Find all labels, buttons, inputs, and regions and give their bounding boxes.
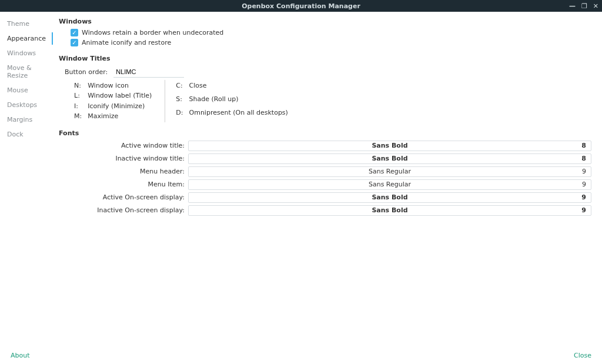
sidebar-item-desktops[interactable]: Desktops — [7, 98, 52, 112]
sidebar-item-mouse[interactable]: Mouse — [7, 83, 52, 98]
titlebar: Openbox Configuration Manager — ❐ ✕ — [0, 0, 602, 12]
checkbox-retain-border[interactable]: ✓ — [71, 29, 78, 36]
legend-val: Shade (Roll up) — [187, 95, 290, 107]
font-size: 9 — [582, 168, 586, 175]
legend-val: Window label (Title) — [85, 91, 154, 100]
sidebar-item-move-resize[interactable]: Move & Resize — [7, 61, 52, 83]
legend-key: M: — [72, 112, 84, 121]
font-name: Sans Bold — [372, 206, 407, 214]
windows-heading: Windows — [59, 18, 591, 25]
legend-val: Maximize — [85, 112, 154, 121]
button-order-row: Button order: — [65, 66, 591, 78]
checkbox-retain-border-label: Windows retain a border when undecorated — [82, 29, 223, 36]
font-selector-inactive-title[interactable]: Sans Bold 8 — [188, 153, 591, 164]
font-selector-inactive-osd[interactable]: Sans Bold 9 — [188, 205, 591, 216]
maximize-icon[interactable]: ❐ — [581, 3, 587, 9]
close-button[interactable]: Close — [574, 352, 591, 359]
close-icon[interactable]: ✕ — [593, 3, 598, 9]
legend-left: N:Window icon L:Window label (Title) I:I… — [71, 80, 155, 122]
checkbox-animate-iconify[interactable]: ✓ — [71, 39, 78, 46]
font-size: 9 — [581, 193, 586, 201]
button-legend: N:Window icon L:Window label (Title) I:I… — [71, 80, 591, 122]
font-size: 9 — [582, 181, 586, 188]
checkbox-animate-iconify-label: Animate iconify and restore — [82, 39, 171, 46]
sidebar-item-margins[interactable]: Margins — [7, 112, 52, 127]
legend-key: C: — [173, 81, 185, 93]
font-name: Sans Bold — [372, 193, 407, 201]
font-label-active-title: Active window title: — [59, 142, 188, 149]
font-label-menu-header: Menu header: — [59, 168, 188, 175]
main-layout: Theme Appearance Windows Move & Resize M… — [0, 12, 602, 346]
window-title: Openbox Configuration Manager — [242, 2, 360, 10]
checkbox-row-border: ✓ Windows retain a border when undecorat… — [71, 29, 591, 36]
button-order-input[interactable] — [113, 66, 184, 78]
sidebar: Theme Appearance Windows Move & Resize M… — [0, 12, 53, 346]
legend-val: Window icon — [85, 81, 154, 90]
fonts-heading: Fonts — [59, 129, 591, 137]
sidebar-item-theme[interactable]: Theme — [7, 16, 52, 31]
button-order-label: Button order: — [65, 68, 108, 76]
about-link[interactable]: About — [11, 352, 30, 359]
legend-key: D: — [173, 108, 185, 121]
window-controls: — ❐ ✕ — [569, 0, 598, 12]
font-label-menu-item: Menu Item: — [59, 181, 188, 188]
window-titles-heading: Window Titles — [59, 55, 591, 62]
font-size: 9 — [581, 206, 586, 214]
checkbox-row-animate: ✓ Animate iconify and restore — [71, 39, 591, 46]
font-selector-active-title[interactable]: Sans Bold 8 — [188, 141, 591, 151]
font-label-inactive-title: Inactive window title: — [59, 155, 188, 162]
sidebar-item-windows[interactable]: Windows — [7, 46, 52, 61]
legend-key: I: — [72, 102, 84, 111]
fonts-grid: Active window title: Sans Bold 8 Inactiv… — [59, 141, 591, 216]
font-label-inactive-osd: Inactive On-screen display: — [59, 206, 188, 214]
font-name: Sans Regular — [369, 181, 411, 188]
legend-val: Iconify (Minimize) — [85, 102, 154, 111]
legend-right: C:Close S:Shade (Roll up) D:Omnipresent … — [165, 80, 292, 122]
legend-val: Omnipresent (On all desktops) — [187, 108, 290, 121]
legend-key: N: — [72, 81, 84, 90]
sidebar-item-appearance[interactable]: Appearance — [7, 31, 52, 46]
content-area: Windows ✓ Windows retain a border when u… — [53, 12, 602, 346]
font-name: Sans Bold — [372, 155, 407, 162]
footer: About Close — [0, 346, 602, 364]
font-selector-active-osd[interactable]: Sans Bold 9 — [188, 192, 591, 203]
font-selector-menu-item[interactable]: Sans Regular 9 — [188, 179, 591, 190]
font-name: Sans Bold — [372, 142, 407, 149]
legend-key: L: — [72, 91, 84, 100]
font-size: 8 — [581, 142, 586, 149]
legend-val: Close — [187, 81, 290, 93]
font-selector-menu-header[interactable]: Sans Regular 9 — [188, 166, 591, 177]
font-label-active-osd: Active On-screen display: — [59, 193, 188, 201]
sidebar-item-dock[interactable]: Dock — [7, 127, 52, 142]
font-name: Sans Regular — [369, 168, 411, 175]
legend-key: S: — [173, 95, 185, 107]
font-size: 8 — [581, 155, 586, 162]
minimize-icon[interactable]: — — [569, 3, 576, 9]
